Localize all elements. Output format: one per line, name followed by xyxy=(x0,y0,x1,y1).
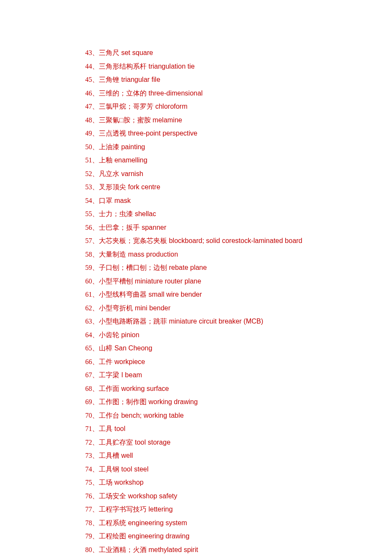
separator: 、 xyxy=(92,291,99,298)
separator: 、 xyxy=(92,465,99,473)
separator: 、 xyxy=(92,103,99,110)
item-text: 工具槽 well xyxy=(99,452,133,459)
item-number: 55 xyxy=(85,210,92,217)
item-text: 三角锉 triangular file xyxy=(99,76,160,83)
separator: 、 xyxy=(92,251,99,258)
list-item: 52、凡立水 varnish xyxy=(85,169,392,179)
item-text: 三维的；立体的 three-dimensional xyxy=(99,90,203,97)
item-text: 工程系统 engineering system xyxy=(99,519,187,526)
separator: 、 xyxy=(92,130,99,137)
item-text: 工程绘图 engineering drawing xyxy=(99,532,190,540)
item-number: 63 xyxy=(85,318,92,325)
separator: 、 xyxy=(92,63,99,70)
separator: 、 xyxy=(92,371,99,379)
list-item: 47、三氯甲烷；哥罗芳 chloroform xyxy=(85,101,392,112)
item-text: 士力；虫漆 shellac xyxy=(99,210,156,217)
list-item: 64、小齿轮 pinion xyxy=(85,330,392,340)
item-number: 61 xyxy=(85,291,92,298)
list-item: 78、工程系统 engineering system xyxy=(85,518,392,528)
item-number: 49 xyxy=(85,130,92,137)
item-number: 56 xyxy=(85,224,92,231)
item-number: 62 xyxy=(85,304,92,312)
item-text: 工作图；制作图 working drawing xyxy=(99,398,198,405)
item-text: 工具贮存室 tool storage xyxy=(99,439,170,446)
item-number: 65 xyxy=(85,344,92,352)
list-item: 80、工业酒精；火酒 methylated spirit xyxy=(85,545,392,555)
list-item: 43、三角尺 set square xyxy=(85,48,392,58)
list-item: 75、工场 workshop xyxy=(85,477,392,488)
separator: 、 xyxy=(92,304,99,312)
list-item: 44、三角形结构系杆 triangulation tie xyxy=(85,61,392,72)
separator: 、 xyxy=(92,519,99,526)
item-number: 68 xyxy=(85,385,92,392)
list-item: 57、大芯夹板；宽条芯夹板 blockboard; solid corestoc… xyxy=(85,236,392,246)
separator: 、 xyxy=(92,344,99,352)
separator: 、 xyxy=(92,425,99,432)
item-text: 三角尺 set square xyxy=(99,49,153,56)
item-text: 叉形顶尖 fork centre xyxy=(99,183,160,191)
item-number: 44 xyxy=(85,63,92,70)
separator: 、 xyxy=(92,331,99,338)
item-number: 54 xyxy=(85,197,92,204)
list-item: 46、三维的；立体的 three-dimensional xyxy=(85,88,392,98)
item-number: 78 xyxy=(85,519,92,526)
item-number: 50 xyxy=(85,143,92,150)
list-item: 48、三聚氰□胺；蜜胺 melamine xyxy=(85,115,392,125)
item-text: 工场安全 workshop safety xyxy=(99,492,177,500)
item-text: 大量制造 mass production xyxy=(99,251,178,258)
list-item: 77、工程字书写技巧 lettering xyxy=(85,504,392,515)
list-item: 68、工作面 working surface xyxy=(85,384,392,394)
separator: 、 xyxy=(92,506,99,513)
item-number: 67 xyxy=(85,371,92,379)
list-item: 45、三角锉 triangular file xyxy=(85,75,392,85)
item-number: 76 xyxy=(85,492,92,500)
glossary-list: 43、三角尺 set square44、三角形结构系杆 triangulatio… xyxy=(0,0,392,555)
list-item: 63、小型电路断路器；跳菲 miniature circuit breaker … xyxy=(85,316,392,327)
item-text: 工作面 working surface xyxy=(99,385,169,392)
list-item: 56、士巴拿；扳手 spanner xyxy=(85,223,392,233)
separator: 、 xyxy=(92,385,99,392)
separator: 、 xyxy=(92,210,99,217)
list-item: 51、上釉 enamelling xyxy=(85,155,392,165)
item-text: 凡立水 varnish xyxy=(99,170,143,177)
list-item: 71、工具 tool xyxy=(85,424,392,434)
item-text: 小型平槽刨 miniature router plane xyxy=(99,278,201,285)
list-item: 79、工程绘图 engineering drawing xyxy=(85,531,392,541)
list-item: 62、小型弯折机 mini bender xyxy=(85,303,392,313)
item-text: 大芯夹板；宽条芯夹板 blockboard; solid corestock-l… xyxy=(99,237,303,244)
item-number: 47 xyxy=(85,103,92,110)
item-number: 46 xyxy=(85,90,92,97)
separator: 、 xyxy=(92,264,99,271)
item-number: 77 xyxy=(85,506,92,513)
item-text: 工具 tool xyxy=(99,425,125,432)
item-text: 子口刨；槽口刨；边刨 rebate plane xyxy=(99,264,207,271)
separator: 、 xyxy=(92,439,99,446)
list-item: 66、工件 workpiece xyxy=(85,357,392,367)
separator: 、 xyxy=(92,49,99,56)
separator: 、 xyxy=(92,492,99,500)
list-item: 58、大量制造 mass production xyxy=(85,249,392,260)
item-number: 70 xyxy=(85,412,92,419)
item-text: 小型线料弯曲器 small wire bender xyxy=(99,291,202,298)
separator: 、 xyxy=(92,90,99,97)
item-number: 45 xyxy=(85,76,92,83)
item-number: 58 xyxy=(85,251,92,258)
item-text: 三氯甲烷；哥罗芳 chloroform xyxy=(99,103,187,110)
list-item: 49、三点透视 three-point perspective xyxy=(85,128,392,139)
item-number: 73 xyxy=(85,452,92,459)
separator: 、 xyxy=(92,197,99,204)
item-text: 工程字书写技巧 lettering xyxy=(99,506,173,513)
item-number: 72 xyxy=(85,439,92,446)
item-text: 小齿轮 pinion xyxy=(99,331,139,338)
item-text: 三聚氰□胺；蜜胺 melamine xyxy=(99,116,182,124)
item-text: 上油漆 painting xyxy=(99,143,145,150)
list-item: 55、士力；虫漆 shellac xyxy=(85,209,392,219)
list-item: 59、子口刨；槽口刨；边刨 rebate plane xyxy=(85,263,392,273)
list-item: 65、山樟 San Cheong xyxy=(85,343,392,353)
item-text: 三角形结构系杆 triangulation tie xyxy=(99,63,195,70)
list-item: 53、叉形顶尖 fork centre xyxy=(85,182,392,192)
item-number: 52 xyxy=(85,170,92,177)
separator: 、 xyxy=(92,143,99,150)
separator: 、 xyxy=(92,116,99,124)
list-item: 70、工作台 bench; working table xyxy=(85,410,392,421)
